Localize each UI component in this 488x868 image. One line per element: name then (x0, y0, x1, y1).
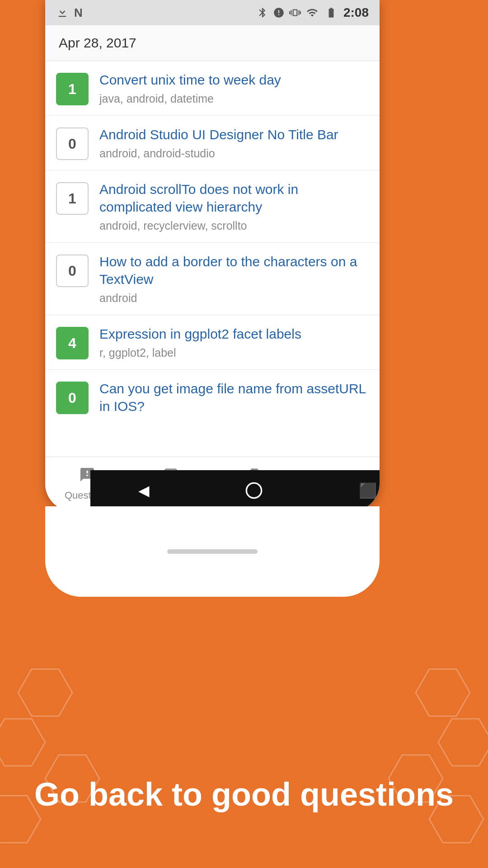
svg-marker-6 (438, 719, 488, 766)
nav-back-button[interactable]: ◀ (138, 482, 150, 499)
download-icon (56, 6, 69, 19)
list-item[interactable]: 0 Can you get image file name from asset… (45, 370, 380, 416)
item-title: Android scrollTo does not work in compli… (99, 180, 369, 216)
hex-decoration-right (361, 665, 488, 845)
item-content: Can you get image file name from assetUR… (99, 380, 369, 416)
status-bar: N 2:08 (45, 0, 380, 25)
list-item[interactable]: 1 Convert unix time to week day java, an… (45, 61, 380, 116)
item-title: Convert unix time to week day (99, 71, 369, 89)
svg-marker-4 (0, 796, 41, 843)
status-icons-right: 2:08 (257, 5, 369, 20)
bluetooth-icon (257, 7, 268, 19)
svg-marker-1 (18, 669, 72, 716)
item-content: Expression in ggplot2 facet labels r, gg… (99, 325, 369, 359)
item-title: Can you get image file name from assetUR… (99, 380, 369, 415)
svg-marker-3 (45, 755, 99, 802)
vote-badge: 0 (56, 127, 89, 160)
item-tags: java, android, datetime (99, 92, 369, 105)
item-title: How to add a border to the characters on… (99, 253, 369, 288)
list-item[interactable]: 1 Android scrollTo does not work in comp… (45, 170, 380, 243)
svg-marker-8 (429, 796, 483, 843)
n-icon: N (74, 6, 83, 20)
item-tags: android (99, 292, 369, 305)
svg-point-0 (247, 483, 262, 498)
nav-recent-button[interactable]: ⬛ (359, 482, 377, 499)
list-item[interactable]: 4 Expression in ggplot2 facet labels r, … (45, 315, 380, 370)
vote-badge: 0 (56, 382, 89, 414)
battery-icon (324, 7, 339, 19)
screen-content: Apr 28, 2017 1 Convert unix time to week… (45, 25, 380, 416)
vibrate-icon (289, 7, 301, 19)
item-tags: r, ggplot2, label (99, 346, 369, 359)
android-nav-bar: ◀ ⬛ (90, 470, 380, 511)
list-item[interactable]: 0 Android Studio UI Designer No Title Ba… (45, 116, 380, 170)
nav-home-button[interactable] (245, 481, 263, 500)
item-title: Expression in ggplot2 facet labels (99, 325, 369, 343)
wifi-icon (305, 7, 319, 19)
time-display: 2:08 (343, 5, 369, 20)
item-title: Android Studio UI Designer No Title Bar (99, 126, 369, 143)
status-icons-left: N (56, 6, 83, 20)
date-header: Apr 28, 2017 (45, 25, 380, 61)
hex-decoration-left (0, 665, 127, 845)
home-indicator (167, 549, 258, 554)
vote-badge: 4 (56, 327, 89, 359)
item-content: How to add a border to the characters on… (99, 253, 369, 305)
item-tags: android, android-studio (99, 147, 369, 160)
item-content: Android scrollTo does not work in compli… (99, 180, 369, 232)
mute-icon (273, 7, 285, 19)
phone-screen: N 2:08 ← Br (45, 0, 380, 511)
vote-badge: 1 (56, 182, 89, 215)
svg-marker-5 (416, 669, 470, 716)
svg-marker-7 (389, 755, 443, 802)
vote-badge: 1 (56, 73, 89, 105)
item-content: Convert unix time to week day java, andr… (99, 71, 369, 105)
vote-badge: 0 (56, 255, 89, 287)
phone-bottom (45, 506, 380, 597)
svg-marker-2 (0, 719, 45, 766)
list-item[interactable]: 0 How to add a border to the characters … (45, 243, 380, 315)
history-list: 1 Convert unix time to week day java, an… (45, 61, 380, 416)
item-content: Android Studio UI Designer No Title Bar … (99, 126, 369, 160)
item-tags: android, recyclerview, scrollto (99, 219, 369, 232)
